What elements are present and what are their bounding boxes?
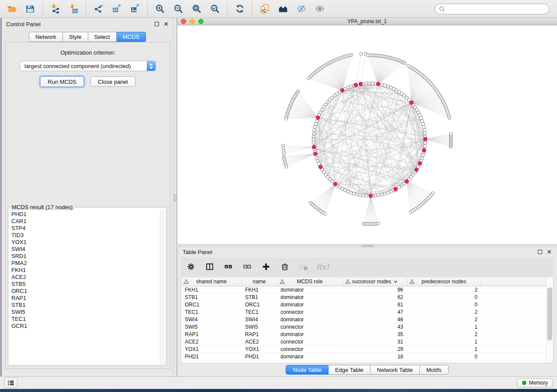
table-settings-button[interactable] [185,261,197,272]
tab-network[interactable]: Network [29,32,63,42]
mcds-result-item[interactable]: CAR1 [11,218,160,225]
network-leaf-node[interactable] [324,212,327,215]
tab-style[interactable]: Style [63,32,88,42]
mcds-result-item[interactable]: ORC1 [11,288,160,295]
tab-select[interactable]: Select [88,32,117,42]
first-neighbors-button[interactable] [274,1,292,16]
save-button[interactable] [21,1,39,16]
table-cell[interactable]: 35 [343,331,407,338]
table-row[interactable]: ORC1ORC1dominator610 [181,301,551,309]
table-cell[interactable]: STB1 [242,294,277,301]
search-input[interactable] [447,5,545,12]
network-node[interactable] [312,131,315,134]
table-cell[interactable]: dominator [277,286,343,294]
table-cell[interactable]: STB1 [181,294,242,301]
import-table-button[interactable] [64,1,83,16]
network-leaf-node[interactable] [449,132,452,135]
network-node[interactable] [314,122,317,125]
network-node[interactable] [371,82,374,85]
zoom-in-button[interactable] [151,1,169,16]
tab-motifs[interactable]: Motifs [420,365,449,375]
network-node[interactable] [423,131,426,134]
select-all-button[interactable] [223,261,234,272]
horizontal-splitter[interactable] [177,244,557,247]
mcds-result-item[interactable]: PHD1 [11,211,160,218]
table-cell[interactable]: dominator [277,294,343,301]
table-scrollbar-thumb[interactable] [547,287,552,340]
network-node[interactable] [377,193,380,196]
table-cell[interactable]: TEC1 [242,309,277,316]
table-cell[interactable]: 29 [343,346,407,353]
network-node[interactable] [362,194,365,197]
table-cell[interactable]: 96 [343,286,407,294]
network-node[interactable] [368,82,371,85]
network-hub-node[interactable] [369,194,372,197]
table-cell[interactable]: connector [277,309,343,316]
run-mcds-button[interactable]: Run MCDS [40,76,84,87]
network-node[interactable] [422,122,425,125]
table-cell[interactable]: dominator [277,353,343,361]
network-hub-node[interactable] [376,82,380,86]
column-header-successor-nodes[interactable]: successor nodes [343,277,407,286]
table-cell[interactable]: SWI5 [242,323,277,331]
network-node[interactable] [383,84,386,87]
table-cell[interactable]: 0 [407,353,481,361]
table-cell[interactable]: 43 [343,323,407,331]
memory-button[interactable]: Memory [517,378,553,388]
network-node[interactable] [352,192,355,195]
mcds-result-item[interactable]: GCR1 [11,323,160,330]
network-hub-node[interactable] [340,88,344,92]
table-row[interactable]: PHD1PHD1dominator180 [181,353,551,361]
task-history-button[interactable] [4,378,17,388]
network-node[interactable] [358,193,361,196]
table-scrollbar[interactable] [546,277,553,363]
mcds-result-item[interactable]: RAP1 [11,295,160,302]
table-row[interactable]: STB1STB1dominator620 [181,294,551,301]
splitter-grip[interactable] [361,245,374,247]
vertical-splitter[interactable] [173,18,177,376]
tab-node-table[interactable]: Node Table [286,365,329,375]
zoom-out-button[interactable] [169,1,187,16]
table-cell[interactable]: SWI4 [242,316,277,323]
network-node[interactable] [355,193,358,196]
table-row[interactable]: SWI4SWI4dominator462 [181,316,551,323]
export-table-button[interactable] [107,1,126,16]
table-cell[interactable]: 0 [407,294,481,301]
mcds-result-item[interactable]: SWI5 [11,309,160,316]
network-hub-node[interactable] [405,179,408,183]
deselect-all-button[interactable] [242,261,253,272]
close-panel-icon[interactable]: ✕ [163,22,169,26]
network-leaf-node[interactable] [284,117,287,120]
network-hub-node[interactable] [316,116,320,119]
table-cell[interactable]: 46 [343,316,407,323]
mcds-result-item[interactable]: SWI4 [11,246,160,253]
mcds-result-item[interactable]: STB5 [11,281,160,288]
network-leaf-node[interactable] [285,165,288,168]
network-hub-node[interactable] [415,168,418,171]
network-leaf-node[interactable] [283,151,286,155]
table-cell[interactable]: 62 [343,294,407,301]
table-cell[interactable]: connector [277,346,343,353]
network-window-titlebar[interactable]: YPA_prune.txt_1 [177,18,557,25]
network-leaf-node[interactable] [431,192,434,195]
table-cell[interactable]: dominator [277,316,343,323]
table-cell[interactable]: TEC1 [181,309,242,316]
table-cell[interactable]: connector [277,338,343,346]
network-hub-node[interactable] [314,152,317,155]
table-cell[interactable]: 18 [343,353,407,361]
network-node[interactable] [313,128,316,131]
close-panel-icon[interactable]: ✕ [547,250,552,254]
tab-network-table[interactable]: Network Table [370,365,420,375]
table-cell[interactable]: dominator [277,301,343,309]
table-cell[interactable]: FKH1 [242,286,277,294]
export-network-button[interactable] [89,1,107,16]
column-header-name[interactable]: name [242,277,277,286]
network-node[interactable] [386,85,389,88]
network-node[interactable] [374,194,377,197]
network-node[interactable] [312,138,315,141]
mcds-result-item[interactable]: PMA2 [11,260,160,267]
table-row[interactable]: ACE2ACE2connector311 [181,338,551,346]
table-cell[interactable]: 47 [343,309,407,316]
delete-table-button[interactable] [298,261,309,272]
network-node[interactable] [380,83,383,86]
